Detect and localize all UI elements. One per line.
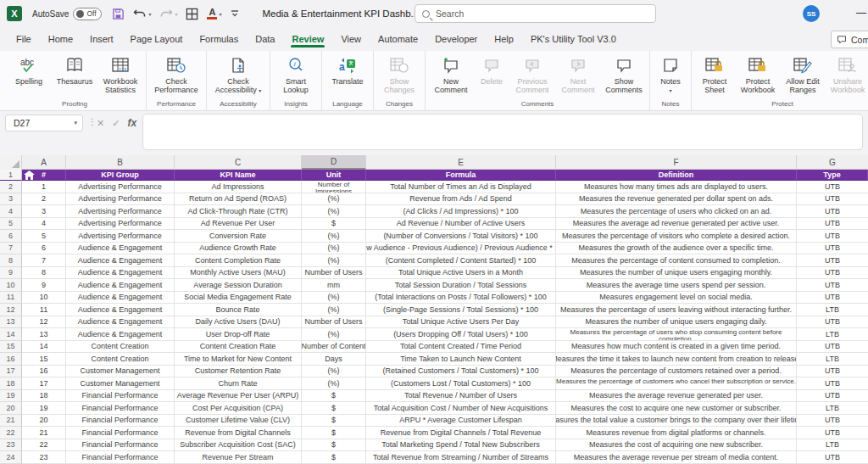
data-cell[interactable]: (Single-Page Sessions / Total Sessions) … xyxy=(366,304,556,316)
tab-help[interactable]: Help xyxy=(487,29,521,50)
data-cell[interactable]: Audience & Engagement xyxy=(66,316,175,329)
tab-page-layout[interactable]: Page Layout xyxy=(123,29,191,50)
data-cell[interactable]: UTB xyxy=(797,341,868,354)
row-header-15[interactable]: 15 xyxy=(0,341,22,354)
data-cell[interactable]: Measures the time it takes to launch new… xyxy=(556,353,797,366)
data-cell[interactable]: Financial Performance xyxy=(66,439,175,452)
data-cell[interactable]: Content Completion Rate xyxy=(175,254,302,267)
data-cell[interactable]: $ xyxy=(302,427,366,439)
data-cell[interactable]: (%) xyxy=(302,304,366,316)
data-cell[interactable]: Revenue from Digital Channels xyxy=(175,427,302,439)
column-header-C[interactable]: C xyxy=(175,155,302,170)
header-cell[interactable]: Definition xyxy=(556,170,797,181)
data-cell[interactable]: Bounce Rate xyxy=(175,304,302,316)
data-cell[interactable]: Measures the percentage of users who sto… xyxy=(556,328,797,341)
data-cell[interactable]: 23 xyxy=(22,451,66,464)
row-header-3[interactable]: 3 xyxy=(0,193,22,206)
cancel-entry-icon[interactable]: ✕ xyxy=(97,118,104,129)
check-accessibility-button[interactable]: Check Accessibility ▾ xyxy=(210,53,266,94)
column-header-A[interactable]: A xyxy=(22,155,66,170)
data-cell[interactable]: Revenue from Digital Channels / Total Re… xyxy=(366,427,556,439)
data-cell[interactable]: LTB xyxy=(797,353,868,366)
data-cell[interactable]: Financial Performance xyxy=(66,402,175,415)
data-cell[interactable]: $ xyxy=(302,415,366,428)
data-cell[interactable]: Number of Users xyxy=(302,267,366,280)
data-cell[interactable]: (%) xyxy=(302,230,366,243)
data-cell[interactable]: LTB xyxy=(797,328,868,341)
autosave-control[interactable]: AutoSave Off xyxy=(32,8,102,20)
data-cell[interactable]: Total Revenue / Number of Users xyxy=(366,390,556,403)
data-cell[interactable]: Measures revenue from digital platforms … xyxy=(556,427,797,439)
document-title[interactable]: Media & Entertainment KPI Dashb... xyxy=(262,8,419,19)
data-cell[interactable]: Ad Impressions xyxy=(175,181,302,193)
data-cell[interactable]: UTB xyxy=(797,427,868,439)
avatar[interactable]: SS xyxy=(803,5,820,22)
data-cell[interactable]: Ad Revenue Per User xyxy=(175,218,302,231)
column-header-F[interactable]: F xyxy=(556,155,797,170)
data-cell[interactable]: UTB xyxy=(797,230,868,243)
data-cell[interactable]: Total Revenue from Streaming / Number of… xyxy=(366,451,556,464)
data-cell[interactable]: Customer Management xyxy=(66,366,175,378)
row-header-23[interactable]: 23 xyxy=(0,439,22,452)
data-cell[interactable]: $ xyxy=(302,390,366,403)
tab-view[interactable]: View xyxy=(333,29,369,50)
minimize-button[interactable]: — xyxy=(856,7,866,19)
new-comment-button[interactable]: New Comment xyxy=(429,53,473,94)
data-cell[interactable]: UTB xyxy=(797,279,868,292)
data-cell[interactable]: $ xyxy=(302,439,366,452)
data-cell[interactable]: (%) xyxy=(302,243,366,255)
data-cell[interactable]: Average Session Duration xyxy=(175,279,302,292)
row-header-22[interactable]: 22 xyxy=(0,427,22,439)
data-cell[interactable]: 20 xyxy=(22,415,66,428)
data-cell[interactable]: Measures the percentage of users leaving… xyxy=(556,304,797,316)
data-cell[interactable]: Daily Active Users (DAU) xyxy=(175,316,302,329)
data-cell[interactable]: 16 xyxy=(22,366,66,378)
data-cell[interactable]: UTB xyxy=(797,218,868,231)
data-cell[interactable]: 1 xyxy=(22,181,66,193)
data-cell[interactable]: 7 xyxy=(22,254,66,267)
data-cell[interactable]: UTB xyxy=(797,254,868,267)
font-color-button[interactable]: A ▾ xyxy=(207,8,221,20)
data-cell[interactable]: 12 xyxy=(22,316,66,329)
data-cell[interactable]: Measures how much content is created in … xyxy=(556,341,797,354)
data-cell[interactable]: Measures how many times ads are displaye… xyxy=(556,181,797,193)
data-cell[interactable]: Measures the average ad revenue generate… xyxy=(556,218,797,231)
data-cell[interactable]: Number of Users xyxy=(302,316,366,329)
data-cell[interactable]: Financial Performance xyxy=(66,451,175,464)
data-cell[interactable]: Audience & Engagement xyxy=(66,328,175,341)
data-cell[interactable]: Cost Per Acquisition (CPA) xyxy=(175,402,302,415)
data-cell[interactable]: Total Marketing Spend / Total New Subscr… xyxy=(366,439,556,452)
data-cell[interactable]: (Number of Conversions / Total Visitors)… xyxy=(366,230,556,243)
data-cell[interactable]: UTB xyxy=(797,316,868,329)
data-cell[interactable]: Total Number of Times an Ad is Displayed xyxy=(366,181,556,193)
data-cell[interactable]: UTB xyxy=(797,193,868,206)
row-header-5[interactable]: 5 xyxy=(0,218,22,231)
row-header-12[interactable]: 12 xyxy=(0,304,22,316)
header-cell[interactable]: Unit xyxy=(302,170,366,181)
data-cell[interactable]: (New Audience - Previous Audience) / Pre… xyxy=(366,243,556,255)
data-cell[interactable]: (Customers Lost / Total Customers) * 100 xyxy=(366,377,556,390)
data-cell[interactable]: LTB xyxy=(797,439,868,452)
row-header-20[interactable]: 20 xyxy=(0,402,22,415)
confirm-entry-icon[interactable]: ✓ xyxy=(112,118,120,129)
data-cell[interactable]: Customer Retention Rate xyxy=(175,366,302,378)
header-cell[interactable]: Formula xyxy=(366,170,556,181)
data-cell[interactable]: Advertising Performance xyxy=(66,181,175,193)
header-cell[interactable]: KPI Group xyxy=(66,170,175,181)
data-cell[interactable]: 2 xyxy=(22,193,66,206)
undo-button[interactable]: ▾ xyxy=(133,8,151,20)
data-cell[interactable]: Return on Ad Spend (ROAS) xyxy=(175,193,302,206)
data-cell[interactable]: Measures the percentage of customers ret… xyxy=(556,366,797,378)
data-cell[interactable]: Measures the number of unique users enga… xyxy=(556,316,797,329)
data-cell[interactable]: Total Content Created / Time Period xyxy=(366,341,556,354)
undo-dropdown-icon[interactable]: ▾ xyxy=(148,11,151,17)
data-cell[interactable]: $ xyxy=(302,218,366,231)
data-cell[interactable]: (%) xyxy=(302,328,366,341)
data-cell[interactable]: Ad Click-Through Rate (CTR) xyxy=(175,205,302,218)
data-cell[interactable]: Customer Management xyxy=(66,377,175,390)
row-header-24[interactable]: 24 xyxy=(0,451,22,464)
data-cell[interactable]: 17 xyxy=(22,377,66,390)
workbook-statistics-button[interactable]: 123 Workbook Statistics xyxy=(98,53,142,94)
tab-file[interactable]: File xyxy=(8,29,39,50)
data-cell[interactable]: Customer Lifetime Value (CLV) xyxy=(175,415,302,428)
